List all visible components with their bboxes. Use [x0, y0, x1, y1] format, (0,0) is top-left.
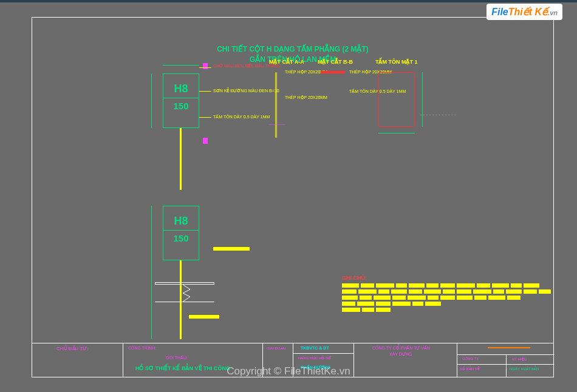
sign2-h8: H8 — [163, 215, 199, 228]
label-mc-bb: MẶT CẮT B-B — [318, 59, 353, 65]
tam-ton-box — [378, 72, 415, 127]
sign2-km: 150 — [163, 233, 199, 243]
sign-km: 150 — [163, 101, 199, 111]
ghichu-header: GHI CHÚ: — [342, 275, 367, 281]
anno-block-2 — [189, 315, 219, 319]
note-row-2 — [342, 289, 551, 294]
logo-mid: Thiết Kế — [508, 7, 548, 17]
section-bb-bar — [321, 71, 345, 73]
dim-h1 — [163, 65, 199, 66]
sign-guardrail: H8 150 — [163, 206, 199, 260]
sign-h8: H8 — [163, 83, 199, 95]
top-bar — [0, 0, 577, 2]
tb-so-bv: SỐ BẢN VẼ — [460, 367, 480, 371]
tb-tu-van: CÔNG TY CỔ PHẦN TƯ VẤN — [372, 346, 430, 351]
section-aa-post — [275, 72, 277, 138]
tb-cell-4: TKBVTC & DT HẠNG MỤC HỒ SƠ PHẦN ĐƯỜNG — [293, 343, 354, 377]
titleblock: CHỦ ĐẦU TƯ: CÔNG TRÌNH: GÓI THẦU: HỒ SƠ … — [32, 343, 553, 377]
tb-cong-trinh: CÔNG TRÌNH: — [128, 346, 156, 350]
drawing-frame: CHI TIẾT CỘT H DẠNG TẤM PHẲNG (2 MẶT) GẮ… — [32, 17, 554, 377]
note-row-5 — [342, 308, 391, 312]
anno-chu-mau: CHỮ MÀU ĐEN NỀN MÀU TRẮNG — [213, 64, 281, 69]
tam-ton-dim-h — [378, 133, 415, 133]
section-marker-a2 — [203, 138, 208, 144]
label-tam-ton: TẤM TÔN MẶT 1 — [375, 59, 418, 65]
logo-suffix: .vn — [548, 9, 558, 16]
tb-xd: XÂY DỰNG — [389, 352, 412, 357]
sign2-divider — [163, 230, 199, 231]
tb-ngay: NGÀY XUẤT BẢN — [510, 367, 539, 371]
tb-orange-bar — [488, 347, 530, 348]
w-beam — [183, 285, 206, 302]
tb-hang-muc: HẠNG MỤC HỒ SƠ — [298, 356, 331, 360]
dash-line — [420, 115, 456, 115]
tb-giai-doan: GIAI ĐOẠN — [267, 346, 285, 350]
post-2 — [180, 260, 182, 339]
sign-divider — [163, 98, 199, 98]
anno-tam-ton: TẤM TÔN DÀY 0.5 DÀY 1MM — [213, 115, 270, 120]
logo-prefix: File — [491, 7, 508, 17]
post-1 — [180, 128, 182, 190]
tam-ton-dim-v — [422, 72, 423, 127]
title-line1: CHI TIẾT CỘT H DẠNG TẤM PHẲNG (2 MẶT) — [32, 44, 553, 55]
anno-son-ke: SƠN KẺ ĐƯỜNG MÀU ĐEN B=10 — [213, 89, 279, 93]
tb-goi-thau: GÓI THẦU: — [166, 356, 188, 360]
anno-thep-2: THÉP HỘP 20X20MM — [285, 95, 327, 100]
tb-cell-1: CHỦ ĐẦU TƯ: — [32, 343, 123, 377]
arrow-2 — [199, 91, 211, 92]
dim-v2 — [151, 206, 152, 339]
tb-cell-6: CÔNG TY KÝ HIỆU SỐ BẢN VẼ NGÀY XUẤT BẢN — [457, 343, 555, 377]
section-marker-a1 — [203, 63, 208, 69]
tb-cell-5: CÔNG TY CỔ PHẦN TƯ VẤN XÂY DỰNG — [354, 343, 457, 377]
dim-v1 — [151, 73, 152, 128]
tb-chu-dau-tu: CHỦ ĐẦU TƯ: — [56, 346, 89, 351]
tb-ky-hieu: KÝ HIỆU — [512, 357, 527, 361]
mc-aa-btm: ―――― — [268, 122, 285, 126]
arrow-1 — [199, 67, 211, 68]
tb-cong-ty: CÔNG TY — [462, 357, 479, 360]
note-row-1 — [342, 283, 539, 288]
anno-block-1 — [213, 247, 250, 251]
tb-cell-2: CÔNG TRÌNH: GÓI THẦU: HỒ SƠ THIẾT KẾ BẢN… — [123, 343, 263, 377]
tb-cell-3: GIAI ĐOẠN — [263, 343, 293, 377]
rail-line — [155, 302, 214, 303]
tb-phan-duong: PHẦN ĐƯỜNG — [301, 365, 330, 370]
note-row-3 — [342, 296, 521, 300]
sign-front: H8 150 — [163, 73, 199, 128]
tb-tktc: TKBVTC & DT — [301, 346, 329, 350]
note-row-4 — [342, 302, 441, 306]
arrow-3 — [199, 117, 211, 118]
tb-ho-so: HỒ SƠ THIẾT KẾ BẢN VẼ THI CÔNG — [135, 365, 230, 371]
tb-v-div — [506, 354, 507, 377]
